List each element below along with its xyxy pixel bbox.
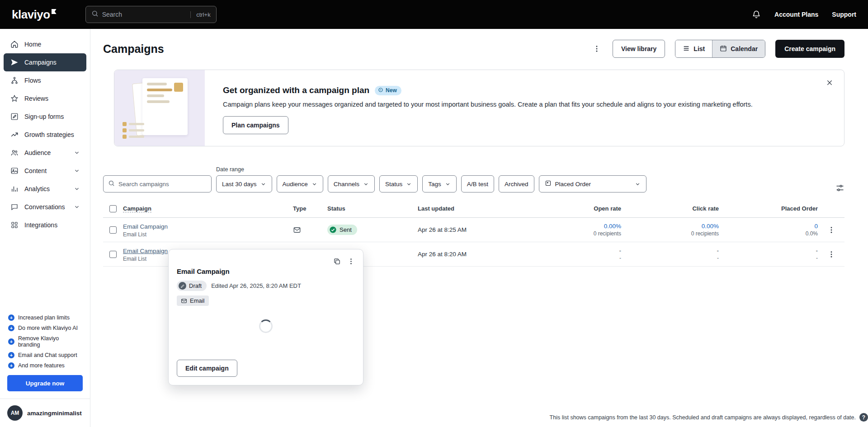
topbar: klaviyo ctrl+k Account Plans Support [0,0,868,29]
upsell-item[interactable]: + Email and Chat support [8,352,82,358]
column-settings-button[interactable] [835,183,844,192]
sidebar-item-reviews[interactable]: Reviews [4,89,86,108]
global-search-input[interactable] [102,11,187,18]
placed-order-value[interactable]: - [719,247,818,254]
banner-close-button[interactable] [824,77,835,88]
date-range-dropdown[interactable]: Last 30 days [216,175,272,192]
duplicate-campaign-button[interactable] [333,258,341,265]
filter-dropdown-channels[interactable]: Channels [328,175,375,192]
table-footnote: This list shows campaigns from the last … [550,413,868,422]
row-checkbox[interactable] [109,226,117,234]
column-campaign[interactable]: Campaign [123,205,151,212]
create-campaign-button[interactable]: Create campaign [775,40,844,58]
sidebar-item-home[interactable]: Home [4,35,86,53]
popup-campaign-title: Email Campaign [177,267,355,275]
upsell-item[interactable]: + Increased plan limits [8,314,82,321]
filter-dropdown-tags[interactable]: Tags [422,175,457,192]
global-search[interactable]: ctrl+k [85,6,217,23]
row-checkbox[interactable] [109,251,117,258]
placed-order-value[interactable]: 0 [719,223,818,230]
sidebar-item-icon [10,112,19,121]
new-badge-icon [378,87,383,94]
sidebar-item-analytics[interactable]: Analytics [4,180,86,198]
email-type-icon [293,226,327,234]
filter-dropdown-status[interactable]: Status [379,175,418,192]
date-range-label: Date range [216,166,272,173]
open-rate-value[interactable]: - [531,247,621,254]
row-menu-button[interactable] [826,249,837,260]
campaign-search-input[interactable] [118,181,207,188]
campaign-preview-popup: Email Campaign Draft Edited Apr 26, 2025… [168,249,363,385]
column-type: Type [293,205,327,212]
chevron-down-icon [406,181,412,187]
account-plans-link[interactable]: Account Plans [774,11,818,18]
sidebar-item-icon [10,94,19,103]
filter-dropdown-label: Status [385,181,402,188]
chevron-down-icon [74,150,80,156]
account-row[interactable]: AM amazingminimalist [0,399,90,427]
filters-bar: Date range Last 30 days Audience Channel… [103,166,844,192]
upgrade-now-button[interactable]: Upgrade now [7,375,83,391]
row-menu-button[interactable] [826,224,837,236]
upsell-item[interactable]: + And more features [8,362,82,369]
sidebar-item-growth-strategies[interactable]: Growth strategies [4,126,86,144]
help-button[interactable]: ? [859,413,868,422]
sidebar-item-label: Integrations [24,221,57,229]
campaign-plan-banner: Get organized with a campaign plan New C… [114,70,844,146]
search-icon [91,10,99,19]
page-menu-button[interactable] [591,43,603,55]
sidebar-item-label: Campaigns [24,59,57,66]
view-library-button[interactable]: View library [613,40,665,58]
popup-edited-timestamp: Edited Apr 26, 2025, 8:20 AM EDT [211,282,301,289]
main-content: Campaigns View library List [90,29,868,427]
filter-dropdown-audience[interactable]: Audience [277,175,323,192]
plan-campaigns-button[interactable]: Plan campaigns [223,116,288,134]
select-all-checkbox[interactable] [109,205,117,212]
sidebar-item-campaigns[interactable]: Campaigns [4,53,86,71]
filter-dropdown-label: Channels [334,181,359,188]
plus-circle-icon: + [8,314,14,321]
click-rate-recipients: - [621,255,719,261]
filter-dropdowns: Audience Channels Status Tags [277,175,457,192]
campaign-search[interactable] [103,175,212,192]
calendar-view-button[interactable]: Calendar [712,40,765,57]
last-updated-value: Apr 26 at 8:25 AM [418,226,531,233]
metric-select[interactable]: Placed Order [539,175,646,192]
campaign-name-link[interactable]: Email Campaign [123,248,168,254]
plus-circle-icon: + [8,325,14,331]
calendar-view-label: Calendar [731,45,758,52]
chevron-down-icon [445,181,451,187]
upsell-list: + Increased plan limits + Do more with K… [0,314,90,369]
sidebar-item-sign-up-forms[interactable]: Sign-up forms [4,108,86,126]
sidebar-item-conversations[interactable]: Conversations [4,198,86,216]
edit-campaign-button[interactable]: Edit campaign [177,360,237,377]
klaviyo-logo[interactable]: klaviyo [12,9,57,20]
click-rate-value[interactable]: - [621,247,719,254]
banner-illustration [114,70,205,146]
header-actions: View library List Calendar [591,40,844,58]
sidebar-item-icon [10,184,19,193]
upsell-item[interactable]: + Do more with Klaviyo AI [8,325,82,331]
sidebar-item-flows[interactable]: Flows [4,71,86,89]
popup-menu-button[interactable] [345,256,357,267]
check-circle-icon [329,226,337,234]
notifications-bell-button[interactable] [752,10,761,19]
sidebar-item-icon [10,130,19,139]
sidebar-item-content[interactable]: Content [4,162,86,180]
sidebar-item-integrations[interactable]: Integrations [4,216,86,234]
sidebar-item-audience[interactable]: Audience [4,144,86,162]
support-link[interactable]: Support [832,11,856,18]
sidebar-item-icon [10,40,19,49]
archived-filter-button[interactable]: Archived [499,175,534,192]
ab-test-filter-button[interactable]: A/B test [461,175,494,192]
banner-description: Campaign plans keep your messages organi… [223,101,806,108]
sidebar-item-icon [10,166,19,175]
placed-order-percent: - [719,255,818,261]
click-rate-value[interactable]: 0.00% [621,223,719,230]
open-rate-value[interactable]: 0.00% [531,223,621,230]
campaign-name-link[interactable]: Email Campaign [123,223,168,230]
list-view-button[interactable]: List [675,40,712,57]
sidebar-item-label: Flows [24,77,41,84]
column-placed-order: Placed Order [719,205,818,212]
upsell-item[interactable]: + Remove Klaviyo branding [8,335,82,348]
